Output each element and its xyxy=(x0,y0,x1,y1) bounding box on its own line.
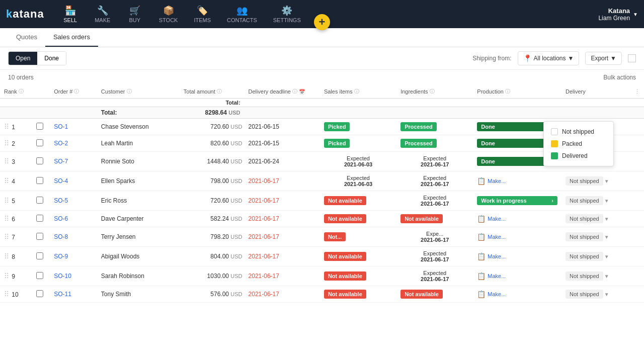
location-selector[interactable]: 📍 All locations ▼ xyxy=(518,51,580,65)
delivery-dropdown[interactable]: ▼ xyxy=(604,274,609,279)
order-link[interactable]: SO-4 xyxy=(54,177,68,185)
toolbar: Open Done Shipping from: 📍 All locations… xyxy=(0,47,644,70)
order-link[interactable]: SO-7 xyxy=(54,158,68,165)
col-sales-items: Sales items ⓘ xyxy=(320,85,396,99)
row-checkbox[interactable] xyxy=(36,123,43,130)
col-order: Order # ⓘ xyxy=(50,85,97,99)
nav-items[interactable]: 🏷️ ITEMS xyxy=(186,1,219,27)
view-done-button[interactable]: Done xyxy=(37,52,66,65)
row-checkbox[interactable] xyxy=(36,272,43,279)
view-open-button[interactable]: Open xyxy=(9,52,37,65)
customer-name: Dave Carpenter xyxy=(97,211,180,227)
drag-handle[interactable]: ⠿ xyxy=(4,197,9,205)
make-button[interactable]: 📋Make... xyxy=(477,233,557,241)
delivery-dropdown[interactable]: ▼ xyxy=(604,234,609,240)
make-icon: 📋 xyxy=(477,215,486,223)
make-button[interactable]: 📋Make... xyxy=(477,177,557,185)
orders-table: Rank ⓘ Order # ⓘ Customer ⓘ Total amount… xyxy=(0,85,644,303)
sell-icon: 🏪 xyxy=(65,5,76,16)
table-row: ⠿ 8 SO-9 Abigail Woods 804.00 USD 2021-0… xyxy=(0,247,644,266)
view-toggle: Open Done xyxy=(8,51,66,65)
contacts-icon: 👥 xyxy=(236,5,248,16)
legend-packed[interactable]: Packed xyxy=(544,138,613,150)
make-icon: 📋 xyxy=(477,272,486,280)
drag-handle[interactable]: ⠿ xyxy=(4,272,9,280)
delivery-status: Not shipped xyxy=(566,290,603,299)
tab-quotes[interactable]: Quotes xyxy=(8,28,45,47)
customer-name: Ellen Sparks xyxy=(97,171,180,191)
delivery-dropdown[interactable]: ▼ xyxy=(604,178,609,184)
make-button[interactable]: 📋Make... xyxy=(477,290,557,298)
user-menu[interactable]: Katana Liam Green ▼ xyxy=(598,7,638,22)
customer-name: Chase Stevenson xyxy=(97,119,180,135)
row-checkbox[interactable] xyxy=(36,139,43,146)
drag-handle[interactable]: ⠿ xyxy=(4,215,9,223)
legend-delivered[interactable]: Delivered xyxy=(544,150,613,162)
items-icon: 🏷️ xyxy=(197,5,208,16)
delivery-status: Not shipped xyxy=(566,272,603,281)
drag-handle[interactable]: ⠿ xyxy=(4,139,9,147)
delivery-status: Not shipped xyxy=(566,232,603,241)
make-button[interactable]: 📋Make... xyxy=(477,272,557,280)
tab-sales-orders[interactable]: Sales orders xyxy=(45,28,98,47)
stock-icon: 📦 xyxy=(163,5,174,16)
nav-stock[interactable]: 📦 STOCK xyxy=(151,1,186,27)
user-menu-chevron: ▼ xyxy=(633,12,638,17)
col-production: Production ⓘ xyxy=(473,85,561,99)
table-row: ⠿ 10 SO-11 Tony Smith 576.00 USD 2021-06… xyxy=(0,286,644,303)
drag-handle[interactable]: ⠿ xyxy=(4,290,9,298)
order-link[interactable]: SO-9 xyxy=(54,253,68,260)
row-checkbox[interactable] xyxy=(36,177,43,184)
row-checkbox[interactable] xyxy=(36,252,43,259)
make-icon: 🔧 xyxy=(97,5,108,16)
production-wip[interactable]: Work in progress › xyxy=(477,196,557,205)
column-settings-icon[interactable] xyxy=(628,54,636,62)
customer-name: Abigail Woods xyxy=(97,247,180,266)
make-button[interactable]: 📋Make... xyxy=(477,252,557,260)
delivery-dropdown[interactable]: ▼ xyxy=(604,292,609,297)
table-info: 10 orders Bulk actions xyxy=(0,70,644,85)
row-checkbox[interactable] xyxy=(36,233,43,240)
order-link[interactable]: SO-10 xyxy=(54,273,71,280)
add-button[interactable]: + xyxy=(314,14,330,30)
order-link[interactable]: SO-5 xyxy=(54,197,68,204)
delivery-status: Not shipped xyxy=(566,176,603,186)
export-button[interactable]: Export ▼ xyxy=(585,52,622,65)
make-button[interactable]: 📋Make... xyxy=(477,215,557,223)
delivery-dropdown[interactable]: ▼ xyxy=(604,216,609,222)
nav-make[interactable]: 🔧 MAKE xyxy=(87,1,119,27)
table-row: ⠿ 4 SO-4 Ellen Sparks 798.00 USD 2021-06… xyxy=(0,171,644,191)
drag-handle[interactable]: ⠿ xyxy=(4,252,9,260)
col-deadline: Delivery deadline ⓘ📅 xyxy=(245,85,320,99)
customer-name: Tony Smith xyxy=(97,286,180,303)
delivery-dropdown[interactable]: ▼ xyxy=(604,198,609,204)
row-checkbox[interactable] xyxy=(36,157,43,164)
legend-delivered-label: Delivered xyxy=(562,152,588,159)
delivery-dropdown[interactable]: ▼ xyxy=(604,254,609,259)
col-customer: Customer ⓘ xyxy=(97,85,180,99)
make-icon: 📋 xyxy=(477,252,486,260)
bulk-actions-button[interactable]: Bulk actions xyxy=(603,74,636,81)
settings-icon: ⚙️ xyxy=(281,5,292,16)
drag-handle[interactable]: ⠿ xyxy=(4,233,9,241)
legend-not-shipped[interactable]: Not shipped xyxy=(544,126,613,138)
drag-handle[interactable]: ⠿ xyxy=(4,123,9,131)
drag-handle[interactable]: ⠿ xyxy=(4,177,9,185)
make-icon: 📋 xyxy=(477,177,486,185)
nav-contacts[interactable]: 👥 CONTACTS xyxy=(219,1,265,27)
order-link[interactable]: SO-8 xyxy=(54,233,68,240)
drag-handle[interactable]: ⠿ xyxy=(4,157,9,165)
order-link[interactable]: SO-6 xyxy=(54,215,68,222)
order-link[interactable]: SO-1 xyxy=(54,123,68,130)
order-link[interactable]: SO-11 xyxy=(54,291,71,298)
row-checkbox[interactable] xyxy=(36,197,43,204)
row-checkbox[interactable] xyxy=(36,215,43,222)
order-link[interactable]: SO-2 xyxy=(54,140,68,147)
row-checkbox[interactable] xyxy=(36,290,43,297)
delivered-color-swatch xyxy=(551,152,558,159)
nav-buy[interactable]: 🛒 BUY xyxy=(119,1,151,27)
nav-settings[interactable]: ⚙️ SETTINGS xyxy=(265,1,309,27)
main-content: Quotes Sales orders Open Done Shipping f… xyxy=(0,28,644,362)
nav-sell[interactable]: 🏪 SELL xyxy=(54,1,87,27)
col-checkbox xyxy=(32,85,50,99)
